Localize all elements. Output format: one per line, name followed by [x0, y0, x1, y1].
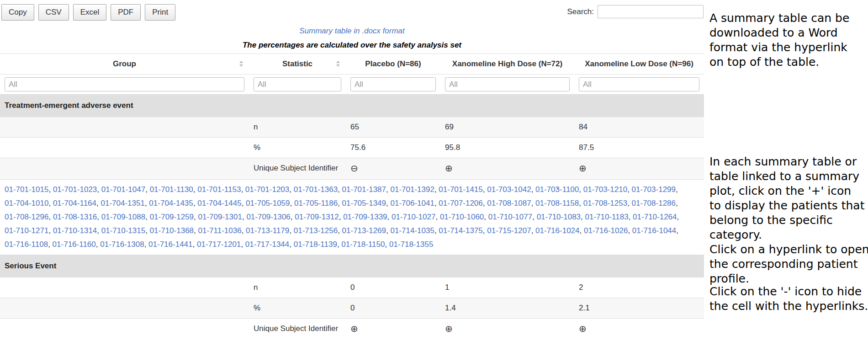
patient-link[interactable]: 01-717-1344 [245, 240, 289, 249]
patient-link[interactable]: 01-701-1387 [342, 185, 386, 194]
table-row: %01.42.1 [0, 298, 704, 319]
filter-input-xanomeline-high-dose-n-72[interactable] [445, 77, 570, 91]
patient-link[interactable]: 01-703-1210 [583, 185, 627, 194]
patient-link[interactable]: 01-706-1041 [390, 199, 434, 208]
copy-button[interactable]: Copy [1, 4, 34, 21]
column-header-group[interactable]: Group [0, 54, 249, 75]
expand-icon[interactable]: ⊕ [445, 322, 453, 336]
table-row: n656984 [0, 117, 704, 138]
patient-link[interactable]: 01-704-1435 [149, 199, 193, 208]
patient-link[interactable]: 01-709-1259 [150, 213, 194, 221]
patient-link[interactable]: 01-701-1015 [5, 185, 48, 194]
patient-link[interactable]: 01-718-1150 [341, 240, 385, 249]
expand-icon[interactable]: ⊕ [579, 161, 587, 175]
patient-link[interactable]: 01-708-1286 [632, 199, 676, 208]
patient-link[interactable]: 01-710-1183 [585, 213, 629, 221]
sort-asc-arrow [239, 61, 243, 63]
patient-link[interactable]: 01-710-1368 [150, 226, 194, 235]
patient-link[interactable]: 01-711-1036 [198, 226, 242, 235]
patient-link[interactable]: 01-710-1271 [5, 226, 48, 235]
patient-link[interactable]: 01-710-1314 [53, 226, 97, 235]
patient-link[interactable]: 01-714-1035 [390, 226, 434, 235]
csv-button[interactable]: CSV [38, 4, 69, 21]
patient-link[interactable]: 01-716-1441 [148, 240, 192, 249]
percentages-note: The percentages are calculated over the … [0, 41, 704, 50]
expand-icon[interactable]: ⊕ [579, 322, 587, 336]
patient-link[interactable]: 01-710-1060 [440, 213, 484, 221]
patient-link[interactable]: 01-701-1392 [390, 185, 434, 194]
collapse-icon[interactable]: ⊖ [350, 161, 358, 175]
search-input[interactable] [598, 5, 704, 18]
filter-input-statistic[interactable] [254, 77, 341, 91]
patient-link[interactable]: 01-716-1108 [5, 240, 48, 249]
patient-link[interactable]: 01-705-1349 [342, 199, 386, 208]
patient-link[interactable]: 01-717-1201 [197, 240, 241, 249]
patient-link[interactable]: 01-705-1186 [294, 199, 338, 208]
pdf-button[interactable]: PDF [111, 4, 141, 21]
statistic-cell: Unique Subject Identifier [249, 319, 346, 340]
patient-link[interactable]: 01-709-1301 [198, 213, 242, 221]
filter-input-placebo-n-86[interactable] [350, 77, 436, 91]
filter-input-group[interactable] [5, 77, 244, 91]
table-row: Unique Subject Identifier⊖⊕⊕ [0, 158, 704, 180]
patient-link[interactable]: 01-709-1088 [101, 213, 145, 221]
value-cell: ⊕ [574, 158, 704, 180]
patient-link[interactable]: 01-701-1153 [197, 185, 241, 194]
patient-link[interactable]: 01-710-1027 [392, 213, 435, 221]
patient-link[interactable]: 01-716-1160 [53, 240, 96, 249]
excel-button[interactable]: Excel [73, 4, 107, 21]
patient-link[interactable]: 01-715-1207 [487, 226, 531, 235]
group-cell-empty [0, 298, 249, 319]
patient-link[interactable]: 01-710-1315 [101, 226, 145, 235]
patient-link[interactable]: 01-701-1415 [439, 185, 482, 194]
patient-link[interactable]: 01-718-1355 [389, 240, 433, 249]
patient-link[interactable]: 01-707-1206 [439, 199, 482, 208]
patient-link[interactable]: 01-703-1299 [632, 185, 676, 194]
patient-link[interactable]: 01-708-1253 [583, 199, 627, 208]
statistic-cell: % [249, 138, 346, 158]
help-paragraph-download: A summary table can be downloaded to a W… [709, 11, 868, 69]
value-cell: 2.1 [574, 298, 704, 319]
patient-link[interactable]: 01-710-1264 [633, 213, 677, 221]
group-label: Serious Event [0, 255, 704, 277]
patient-link[interactable]: 01-709-1306 [246, 213, 290, 221]
patient-link[interactable]: 01-708-1158 [535, 199, 579, 208]
patient-link[interactable]: 01-714-1375 [439, 226, 482, 235]
patient-link[interactable]: 01-708-1087 [487, 199, 531, 208]
patient-link[interactable]: 01-713-1269 [342, 226, 386, 235]
help-panel: A summary table can be downloaded to a W… [709, 0, 868, 352]
patient-link[interactable]: 01-704-1010 [5, 199, 48, 208]
patient-link[interactable]: 01-701-1363 [294, 185, 338, 194]
patient-link[interactable]: 01-701-1130 [150, 185, 193, 194]
patient-link[interactable]: 01-708-1316 [53, 213, 97, 221]
patient-link[interactable]: 01-709-1339 [343, 213, 387, 221]
patient-link[interactable]: 01-704-1164 [53, 199, 96, 208]
patient-link[interactable]: 01-716-1044 [632, 226, 676, 235]
patient-link[interactable]: 01-713-1256 [294, 226, 338, 235]
value-cell: ⊕ [574, 319, 704, 340]
patient-link[interactable]: 01-718-1139 [294, 240, 337, 249]
patient-link[interactable]: 01-701-1023 [53, 185, 97, 194]
expand-icon[interactable]: ⊕ [445, 161, 453, 175]
docx-download-link[interactable]: Summary table in .docx format [299, 27, 405, 35]
patient-link[interactable]: 01-704-1445 [197, 199, 241, 208]
patient-link[interactable]: 01-710-1077 [488, 213, 532, 221]
patient-link[interactable]: 01-701-1203 [245, 185, 289, 194]
patient-link[interactable]: 01-716-1026 [584, 226, 628, 235]
patient-link[interactable]: 01-710-1083 [537, 213, 581, 221]
patient-link[interactable]: 01-703-1042 [487, 185, 531, 194]
print-button[interactable]: Print [145, 4, 175, 21]
statistic-cell: Unique Subject Identifier [249, 158, 346, 180]
column-header-label: Xanomeline High Dose (N=72) [452, 59, 562, 68]
patient-link[interactable]: 01-716-1308 [100, 240, 144, 249]
patient-link[interactable]: 01-704-1351 [101, 199, 144, 208]
patient-link[interactable]: 01-716-1024 [535, 226, 579, 235]
patient-link[interactable]: 01-701-1047 [101, 185, 145, 194]
patient-link[interactable]: 01-709-1312 [295, 213, 339, 221]
patient-link[interactable]: 01-708-1296 [5, 213, 48, 221]
column-header-statistic[interactable]: Statistic [249, 54, 346, 75]
patient-link[interactable]: 01-713-1179 [246, 226, 289, 235]
patient-link[interactable]: 01-705-1059 [246, 199, 290, 208]
expand-icon[interactable]: ⊕ [350, 322, 358, 336]
filter-input-xanomeline-low-dose-n-96[interactable] [579, 77, 699, 91]
